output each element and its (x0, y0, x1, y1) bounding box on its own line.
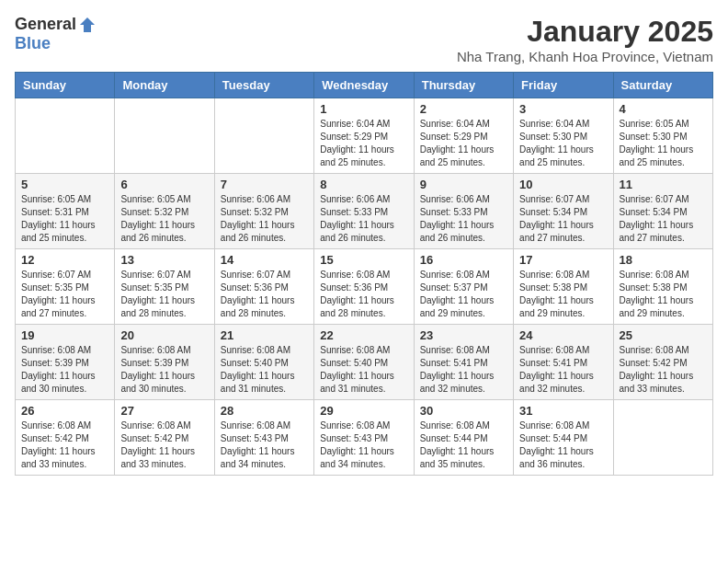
day-info: Sunrise: 6:05 AM Sunset: 5:31 PM Dayligh… (21, 193, 108, 245)
calendar-cell: 7Sunrise: 6:06 AM Sunset: 5:32 PM Daylig… (214, 174, 313, 249)
day-info: Sunrise: 6:08 AM Sunset: 5:40 PM Dayligh… (221, 344, 308, 396)
calendar-cell: 26Sunrise: 6:08 AM Sunset: 5:42 PM Dayli… (16, 400, 115, 476)
day-number: 21 (221, 328, 308, 342)
day-of-week-header: Monday (115, 73, 214, 98)
day-number: 26 (21, 404, 108, 418)
calendar-cell: 16Sunrise: 6:08 AM Sunset: 5:37 PM Dayli… (414, 249, 513, 325)
day-number: 5 (21, 178, 108, 191)
day-number: 19 (21, 328, 108, 342)
day-number: 24 (519, 328, 607, 342)
calendar-cell: 21Sunrise: 6:08 AM Sunset: 5:40 PM Dayli… (214, 325, 313, 400)
calendar-week-row: 26Sunrise: 6:08 AM Sunset: 5:42 PM Dayli… (16, 400, 713, 476)
calendar-cell: 19Sunrise: 6:08 AM Sunset: 5:39 PM Dayli… (16, 325, 115, 400)
day-number: 10 (519, 178, 607, 191)
calendar-cell: 29Sunrise: 6:08 AM Sunset: 5:43 PM Dayli… (314, 400, 414, 476)
day-of-week-header: Tuesday (214, 73, 313, 98)
day-number: 30 (420, 404, 507, 418)
calendar-cell (115, 98, 214, 174)
calendar-cell: 12Sunrise: 6:07 AM Sunset: 5:35 PM Dayli… (16, 249, 115, 325)
calendar-week-row: 19Sunrise: 6:08 AM Sunset: 5:39 PM Dayli… (16, 325, 713, 400)
day-number: 20 (120, 328, 208, 342)
page-header: General Blue January 2025 Nha Trang, Kha… (15, 15, 713, 64)
day-info: Sunrise: 6:08 AM Sunset: 5:43 PM Dayligh… (320, 419, 407, 471)
month-title: January 2025 (457, 15, 713, 49)
day-number: 27 (120, 404, 208, 418)
day-info: Sunrise: 6:08 AM Sunset: 5:43 PM Dayligh… (221, 419, 308, 471)
day-number: 12 (21, 253, 108, 267)
calendar-cell: 11Sunrise: 6:07 AM Sunset: 5:34 PM Dayli… (613, 174, 712, 249)
day-info: Sunrise: 6:08 AM Sunset: 5:42 PM Dayligh… (120, 419, 208, 471)
calendar-cell: 31Sunrise: 6:08 AM Sunset: 5:44 PM Dayli… (514, 400, 613, 476)
day-info: Sunrise: 6:08 AM Sunset: 5:40 PM Dayligh… (320, 344, 407, 396)
day-number: 1 (320, 102, 407, 116)
calendar-cell: 27Sunrise: 6:08 AM Sunset: 5:42 PM Dayli… (115, 400, 214, 476)
title-section: January 2025 Nha Trang, Khanh Hoa Provin… (457, 15, 713, 64)
logo: General Blue (15, 15, 97, 53)
calendar-week-row: 12Sunrise: 6:07 AM Sunset: 5:35 PM Dayli… (16, 249, 713, 325)
day-info: Sunrise: 6:08 AM Sunset: 5:37 PM Dayligh… (420, 269, 507, 320)
day-of-week-header: Wednesday (314, 73, 414, 98)
day-number: 31 (519, 404, 607, 418)
calendar-cell (16, 98, 115, 174)
day-number: 14 (221, 253, 308, 267)
day-number: 29 (320, 404, 407, 418)
calendar-cell: 24Sunrise: 6:08 AM Sunset: 5:41 PM Dayli… (514, 325, 613, 400)
day-info: Sunrise: 6:08 AM Sunset: 5:36 PM Dayligh… (320, 269, 407, 320)
calendar-cell: 28Sunrise: 6:08 AM Sunset: 5:43 PM Dayli… (214, 400, 313, 476)
calendar-cell: 23Sunrise: 6:08 AM Sunset: 5:41 PM Dayli… (414, 325, 513, 400)
day-info: Sunrise: 6:06 AM Sunset: 5:32 PM Dayligh… (221, 193, 308, 245)
calendar-cell: 6Sunrise: 6:05 AM Sunset: 5:32 PM Daylig… (115, 174, 214, 249)
location-subtitle: Nha Trang, Khanh Hoa Province, Vietnam (457, 49, 713, 64)
calendar-week-row: 1Sunrise: 6:04 AM Sunset: 5:29 PM Daylig… (16, 98, 713, 174)
day-info: Sunrise: 6:04 AM Sunset: 5:29 PM Dayligh… (420, 118, 507, 169)
day-info: Sunrise: 6:07 AM Sunset: 5:36 PM Dayligh… (221, 269, 308, 320)
calendar-cell: 9Sunrise: 6:06 AM Sunset: 5:33 PM Daylig… (414, 174, 513, 249)
calendar-cell: 5Sunrise: 6:05 AM Sunset: 5:31 PM Daylig… (16, 174, 115, 249)
calendar-cell: 25Sunrise: 6:08 AM Sunset: 5:42 PM Dayli… (613, 325, 712, 400)
calendar-cell: 15Sunrise: 6:08 AM Sunset: 5:36 PM Dayli… (314, 249, 414, 325)
calendar-cell: 13Sunrise: 6:07 AM Sunset: 5:35 PM Dayli… (115, 249, 214, 325)
calendar-cell: 22Sunrise: 6:08 AM Sunset: 5:40 PM Dayli… (314, 325, 414, 400)
calendar-cell: 10Sunrise: 6:07 AM Sunset: 5:34 PM Dayli… (514, 174, 613, 249)
day-info: Sunrise: 6:08 AM Sunset: 5:42 PM Dayligh… (620, 344, 707, 396)
day-number: 16 (420, 253, 507, 267)
calendar-cell: 14Sunrise: 6:07 AM Sunset: 5:36 PM Dayli… (214, 249, 313, 325)
calendar-cell: 8Sunrise: 6:06 AM Sunset: 5:33 PM Daylig… (314, 174, 414, 249)
calendar-cell: 30Sunrise: 6:08 AM Sunset: 5:44 PM Dayli… (414, 400, 513, 476)
day-info: Sunrise: 6:06 AM Sunset: 5:33 PM Dayligh… (320, 193, 407, 245)
day-number: 2 (420, 102, 507, 116)
day-number: 6 (120, 178, 208, 191)
day-info: Sunrise: 6:08 AM Sunset: 5:39 PM Dayligh… (120, 344, 208, 396)
day-info: Sunrise: 6:08 AM Sunset: 5:42 PM Dayligh… (21, 419, 108, 471)
calendar-cell (613, 400, 712, 476)
day-number: 13 (120, 253, 208, 267)
day-number: 9 (420, 178, 507, 191)
calendar-cell: 4Sunrise: 6:05 AM Sunset: 5:30 PM Daylig… (613, 98, 712, 174)
day-of-week-header: Friday (514, 73, 613, 98)
logo-icon (78, 16, 97, 34)
day-info: Sunrise: 6:08 AM Sunset: 5:44 PM Dayligh… (519, 419, 607, 471)
day-of-week-header: Saturday (613, 73, 712, 98)
calendar-cell: 1Sunrise: 6:04 AM Sunset: 5:29 PM Daylig… (314, 98, 414, 174)
day-info: Sunrise: 6:08 AM Sunset: 5:38 PM Dayligh… (519, 269, 607, 320)
calendar-cell: 18Sunrise: 6:08 AM Sunset: 5:38 PM Dayli… (613, 249, 712, 325)
calendar-week-row: 5Sunrise: 6:05 AM Sunset: 5:31 PM Daylig… (16, 174, 713, 249)
day-info: Sunrise: 6:07 AM Sunset: 5:35 PM Dayligh… (120, 269, 208, 320)
day-number: 23 (420, 328, 507, 342)
day-number: 28 (221, 404, 308, 418)
day-number: 8 (320, 178, 407, 191)
day-info: Sunrise: 6:07 AM Sunset: 5:34 PM Dayligh… (620, 193, 707, 245)
day-info: Sunrise: 6:08 AM Sunset: 5:41 PM Dayligh… (519, 344, 607, 396)
calendar-cell: 3Sunrise: 6:04 AM Sunset: 5:30 PM Daylig… (514, 98, 613, 174)
day-number: 11 (620, 178, 707, 191)
calendar-cell: 2Sunrise: 6:04 AM Sunset: 5:29 PM Daylig… (414, 98, 513, 174)
day-info: Sunrise: 6:04 AM Sunset: 5:30 PM Dayligh… (519, 118, 607, 169)
day-info: Sunrise: 6:05 AM Sunset: 5:32 PM Dayligh… (120, 193, 208, 245)
day-info: Sunrise: 6:08 AM Sunset: 5:39 PM Dayligh… (21, 344, 108, 396)
day-info: Sunrise: 6:05 AM Sunset: 5:30 PM Dayligh… (620, 118, 707, 169)
calendar-cell (214, 98, 313, 174)
calendar-cell: 20Sunrise: 6:08 AM Sunset: 5:39 PM Dayli… (115, 325, 214, 400)
day-number: 4 (620, 102, 707, 116)
day-number: 15 (320, 253, 407, 267)
day-number: 7 (221, 178, 308, 191)
